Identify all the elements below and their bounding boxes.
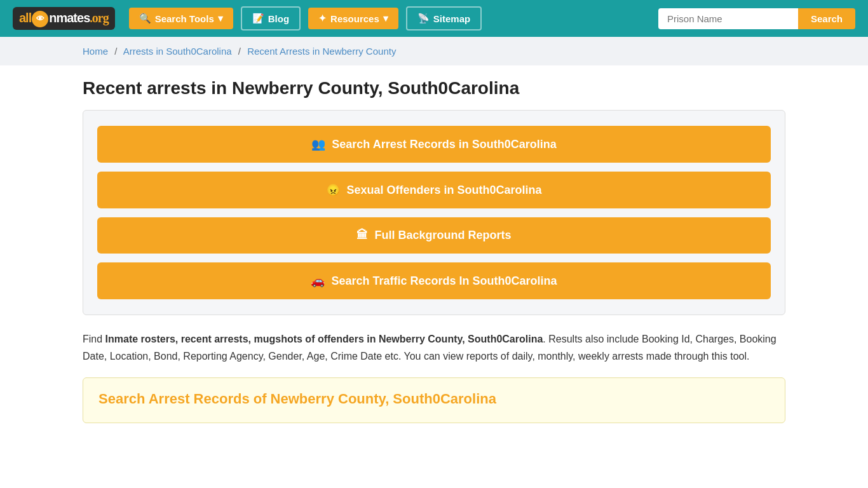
breadcrumb: Home / Arrests in South0Carolina / Recen… — [83, 46, 785, 57]
desc-bold: Inmate rosters, recent arrests, mugshots… — [105, 334, 543, 344]
logo-text: all👁nmates.org — [19, 10, 109, 27]
search-tools-button[interactable]: 🔍 Search Tools ▾ — [129, 8, 233, 29]
background-reports-button[interactable]: 🏛 Full Background Reports — [97, 217, 771, 254]
blog-icon: 📝 — [252, 13, 264, 24]
search-icon: 🔍 — [139, 13, 151, 24]
breadcrumb-sep-2: / — [238, 46, 241, 57]
prison-search-form: Search — [658, 8, 855, 29]
car-icon: 🚗 — [311, 274, 325, 288]
blog-button[interactable]: 📝 Blog — [241, 6, 301, 30]
sexual-offenders-button[interactable]: 😠 Sexual Offenders in South0Carolina — [97, 172, 771, 208]
resources-icon: ✦ — [318, 13, 327, 24]
breadcrumb-current: Recent Arrests in Newberry County — [247, 46, 396, 57]
breadcrumb-home[interactable]: Home — [83, 46, 108, 57]
resources-button[interactable]: ✦ Resources ▾ — [308, 8, 398, 29]
breadcrumb-section: Home / Arrests in South0Carolina / Recen… — [0, 37, 868, 65]
offender-icon: 😠 — [326, 183, 340, 197]
main-content: Recent arrests in Newberry County, South… — [0, 72, 868, 442]
prison-search-button[interactable]: Search — [798, 8, 855, 29]
page-title: Recent arrests in Newberry County, South… — [83, 78, 785, 98]
breadcrumb-sep-1: / — [114, 46, 117, 57]
people-icon: 👥 — [311, 137, 325, 151]
header: all👁nmates.org 🔍 Search Tools ▾ 📝 Blog ✦… — [0, 0, 868, 37]
sitemap-icon: 📡 — [417, 13, 430, 24]
chevron-down-icon: ▾ — [218, 13, 223, 24]
breadcrumb-arrests[interactable]: Arrests in South0Carolina — [123, 46, 232, 57]
yellow-card-title: Search Arrest Records of Newberry County… — [98, 391, 770, 407]
yellow-search-card: Search Arrest Records of Newberry County… — [83, 377, 785, 423]
description-text: Find Inmate rosters, recent arrests, mug… — [83, 330, 785, 365]
traffic-records-button[interactable]: 🚗 Search Traffic Records In South0Caroli… — [97, 262, 771, 299]
action-card: 👥 Search Arrest Records in South0Carolin… — [83, 110, 785, 315]
sitemap-button[interactable]: 📡 Sitemap — [406, 6, 482, 30]
arrest-records-button[interactable]: 👥 Search Arrest Records in South0Carolin… — [97, 126, 771, 163]
chevron-down-icon: ▾ — [383, 13, 388, 24]
building-icon: 🏛 — [356, 229, 368, 242]
logo[interactable]: all👁nmates.org — [13, 7, 115, 30]
prison-name-input[interactable] — [658, 8, 798, 29]
